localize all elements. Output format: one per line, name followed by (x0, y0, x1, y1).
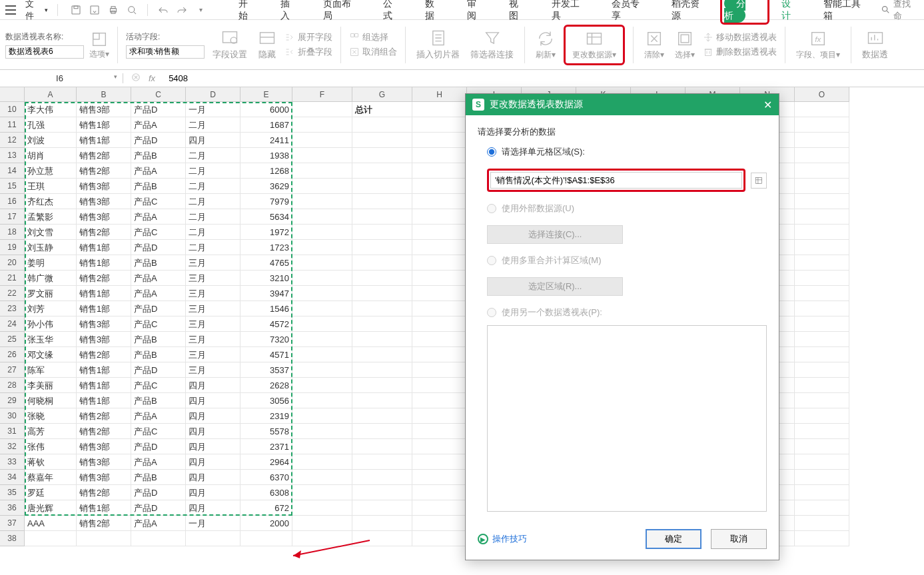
row-header[interactable]: 34 (0, 470, 25, 485)
cell[interactable]: 二月 (186, 163, 240, 179)
cell[interactable]: 韩广微 (25, 271, 77, 286)
cell[interactable]: 4572 (240, 316, 292, 332)
hide-button[interactable]: 隐藏 (255, 29, 279, 61)
cell[interactable] (412, 225, 467, 240)
cell[interactable]: 销售3部 (77, 102, 131, 117)
cell[interactable] (352, 240, 412, 255)
cell[interactable]: 产品C (131, 225, 186, 240)
row-header[interactable]: 30 (0, 408, 25, 424)
cell[interactable] (412, 194, 467, 209)
row-header[interactable]: 11 (0, 117, 25, 133)
group-select-button[interactable]: 组选择 (349, 31, 397, 44)
cell[interactable]: 李大伟 (25, 102, 77, 117)
cell[interactable] (352, 316, 412, 332)
row-header[interactable]: 37 (0, 516, 25, 531)
filter-conn-button[interactable]: 筛选器连接 (468, 29, 516, 61)
cell[interactable] (292, 485, 352, 500)
cell[interactable] (352, 378, 412, 393)
cell[interactable]: 三月 (186, 362, 240, 378)
row-header[interactable]: 38 (0, 531, 25, 546)
cell[interactable]: 产品A (131, 117, 186, 133)
cell[interactable]: 四月 (186, 500, 240, 516)
cell[interactable]: 邓文缘 (25, 347, 77, 362)
cell[interactable]: 三月 (186, 301, 240, 316)
tab-formula[interactable]: 公式 (371, 0, 413, 25)
tab-resources[interactable]: 稻壳资源 (660, 0, 719, 25)
row-header[interactable]: 15 (0, 179, 25, 194)
cell[interactable] (412, 148, 467, 163)
cell[interactable]: 2411 (240, 133, 292, 148)
cell[interactable] (292, 194, 352, 209)
tab-member[interactable]: 会员专享 (600, 0, 660, 25)
cell[interactable] (795, 347, 849, 362)
cell[interactable] (795, 286, 849, 301)
cell[interactable]: 672 (240, 500, 292, 516)
cell[interactable]: 产品B (131, 255, 186, 271)
cell[interactable] (352, 347, 412, 362)
cell[interactable]: 销售2部 (77, 163, 131, 179)
cell[interactable]: 产品B (131, 179, 186, 194)
tab-insert[interactable]: 插入 (268, 0, 310, 25)
cell[interactable]: 2628 (240, 378, 292, 393)
active-field-input[interactable] (126, 45, 205, 59)
tips-link[interactable]: ▶ 操作技巧 (478, 533, 527, 545)
cell[interactable] (352, 531, 412, 546)
cell[interactable]: 孙立慧 (25, 163, 77, 179)
row-header[interactable]: 23 (0, 301, 25, 316)
cell[interactable] (292, 133, 352, 148)
row-header[interactable]: 12 (0, 133, 25, 148)
cell[interactable]: 三月 (186, 255, 240, 271)
cell[interactable] (412, 316, 467, 332)
cell[interactable]: 销售2部 (77, 516, 131, 531)
cell[interactable] (292, 240, 352, 255)
cell[interactable]: 四月 (186, 424, 240, 439)
cell[interactable]: 7320 (240, 332, 292, 347)
cell[interactable] (352, 163, 412, 179)
row-header[interactable]: 22 (0, 286, 25, 301)
cell[interactable] (292, 301, 352, 316)
cell[interactable] (412, 454, 467, 470)
cell[interactable] (412, 332, 467, 347)
cell[interactable]: 销售3部 (77, 332, 131, 347)
cell[interactable]: 二月 (186, 194, 240, 209)
cell[interactable]: 二月 (186, 209, 240, 225)
cell[interactable] (292, 500, 352, 516)
tab-analysis[interactable]: 分析 (724, 0, 745, 23)
cell[interactable] (352, 439, 412, 454)
cell[interactable] (795, 163, 849, 179)
cell[interactable] (412, 209, 467, 225)
col-header-B[interactable]: B (77, 87, 131, 102)
cell[interactable]: 销售1部 (77, 393, 131, 408)
cell[interactable]: 6308 (240, 485, 292, 500)
cell[interactable] (795, 378, 849, 393)
change-source-button[interactable]: 更改数据源▾ (570, 29, 619, 61)
cell[interactable] (412, 286, 467, 301)
cell[interactable]: 产品D (131, 133, 186, 148)
cell[interactable] (352, 148, 412, 163)
row-header[interactable]: 17 (0, 209, 25, 225)
cell[interactable]: 四月 (186, 454, 240, 470)
cell[interactable] (292, 362, 352, 378)
cell[interactable] (292, 470, 352, 485)
collapse-field-button[interactable]: 折叠字段 (284, 45, 332, 59)
cell[interactable]: 7979 (240, 194, 292, 209)
cell[interactable]: 1268 (240, 163, 292, 179)
cell[interactable]: 销售2部 (77, 148, 131, 163)
redo-icon[interactable] (176, 4, 188, 16)
cell[interactable]: 李美丽 (25, 378, 77, 393)
cell[interactable] (412, 470, 467, 485)
cell[interactable]: 总计 (352, 102, 412, 117)
cell[interactable] (352, 424, 412, 439)
cell[interactable]: 四月 (186, 485, 240, 500)
cell[interactable]: 产品D (131, 102, 186, 117)
formula-input[interactable] (163, 73, 924, 83)
cell[interactable]: 1723 (240, 240, 292, 255)
cell[interactable] (352, 454, 412, 470)
cell[interactable]: 罗文丽 (25, 286, 77, 301)
cell[interactable] (412, 301, 467, 316)
row-header[interactable]: 25 (0, 332, 25, 347)
field-settings-button[interactable]: 字段设置 (210, 29, 250, 61)
cell[interactable]: 一月 (186, 102, 240, 117)
cell[interactable] (352, 500, 412, 516)
cell[interactable]: 产品D (131, 301, 186, 316)
